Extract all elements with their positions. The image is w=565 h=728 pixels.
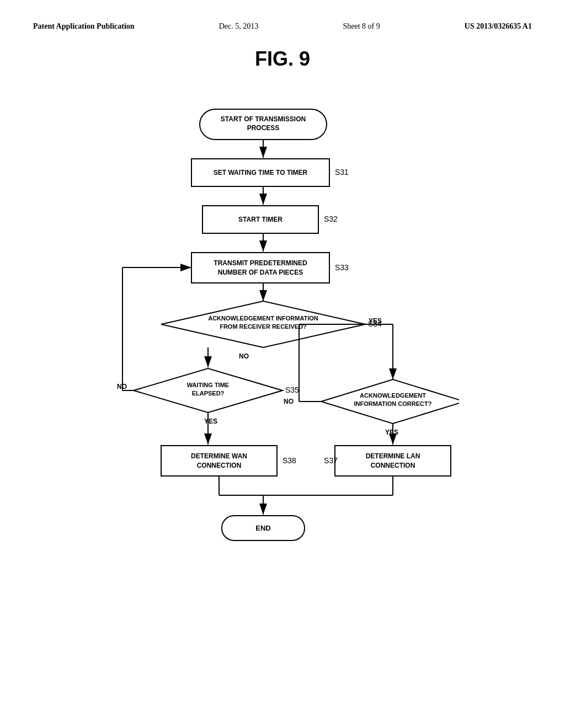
s34-yes: YES bbox=[369, 317, 382, 325]
s35-text2: ELAPSED? bbox=[192, 390, 225, 397]
s31-label: S31 bbox=[335, 168, 349, 176]
s36-yes: YES bbox=[385, 429, 398, 436]
header-date: Dec. 5, 2013 bbox=[219, 22, 259, 31]
s34-no: NO bbox=[239, 352, 249, 360]
header-publication: Patent Application Publication bbox=[33, 22, 135, 31]
s33-label: S33 bbox=[335, 263, 349, 272]
s32-label: S32 bbox=[324, 215, 338, 223]
header-sheet: Sheet 8 of 9 bbox=[343, 22, 380, 31]
s34-text2: FROM RECEIVER RECEIVED? bbox=[220, 323, 307, 330]
s37-text2: CONNECTION bbox=[371, 462, 415, 469]
s35-label: S35 bbox=[285, 386, 299, 394]
s36-no: NO bbox=[284, 398, 294, 405]
page: Patent Application Publication Dec. 5, 2… bbox=[0, 0, 565, 728]
svg-rect-7 bbox=[191, 253, 329, 283]
figure-title: FIG. 9 bbox=[33, 47, 532, 71]
s36-text1: ACKNOWLEDGEMENT bbox=[360, 392, 426, 399]
flowchart-svg: START OF TRANSMISSION PROCESS SET WAITIN… bbox=[106, 98, 459, 595]
flowchart: START OF TRANSMISSION PROCESS SET WAITIN… bbox=[106, 98, 459, 597]
start-text2: PROCESS bbox=[247, 124, 280, 132]
start-text: START OF TRANSMISSION bbox=[221, 115, 306, 123]
s36-text2: INFORMATION CORRECT? bbox=[354, 400, 432, 407]
svg-rect-16 bbox=[335, 446, 451, 476]
s37-text1: DETERMINE LAN bbox=[366, 452, 420, 460]
s31-text: SET WAITING TIME TO TIMER bbox=[214, 169, 308, 176]
s35-yes: YES bbox=[204, 417, 217, 425]
s37-label: S37 bbox=[324, 456, 338, 465]
s38-text1: DETERMINE WAN bbox=[191, 452, 247, 460]
s38-text2: CONNECTION bbox=[197, 462, 242, 469]
end-text: END bbox=[255, 524, 270, 532]
header-patent: US 2013/0326635 A1 bbox=[465, 22, 532, 31]
s33-text2: NUMBER OF DATA PIECES bbox=[218, 269, 303, 276]
s34-text1: ACKNOWLEDGEMENT INFORMATION bbox=[208, 315, 318, 322]
s32-text: START TIMER bbox=[238, 216, 282, 223]
svg-rect-18 bbox=[161, 446, 277, 476]
s38-label: S38 bbox=[282, 456, 296, 465]
header: Patent Application Publication Dec. 5, 2… bbox=[33, 22, 532, 31]
s33-text1: TRANSMIT PREDETERMINED bbox=[214, 259, 307, 267]
s35-text1: WAITING TIME bbox=[187, 382, 229, 388]
